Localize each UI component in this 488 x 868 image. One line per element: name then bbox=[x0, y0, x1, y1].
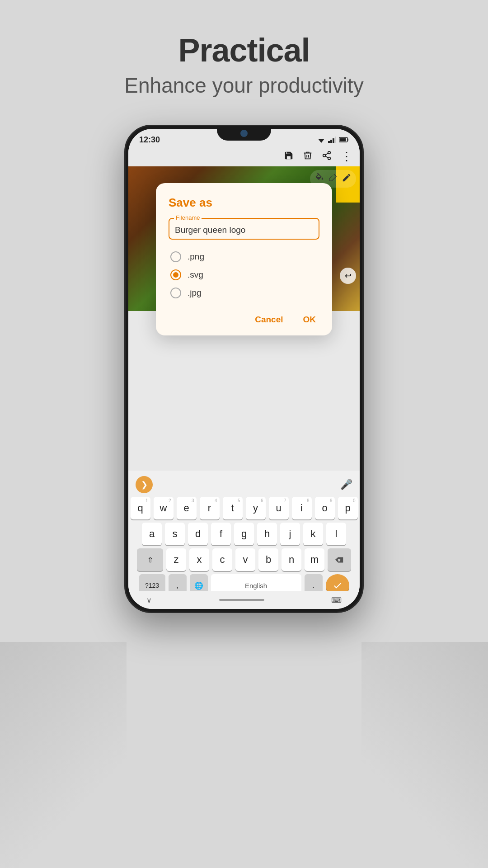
phone-mockup: 12:30 ⋮ bbox=[124, 125, 364, 613]
status-time: 12:30 bbox=[139, 135, 160, 145]
phone-screen: 12:30 ⋮ bbox=[128, 129, 360, 609]
radio-svg-circle bbox=[170, 269, 181, 280]
cancel-button[interactable]: Cancel bbox=[251, 313, 286, 326]
radio-svg-label: .svg bbox=[188, 270, 203, 280]
dialog-actions: Cancel OK bbox=[169, 309, 319, 326]
radio-png-label: .png bbox=[188, 252, 204, 262]
ok-button[interactable]: OK bbox=[300, 313, 320, 326]
svg-rect-3 bbox=[330, 140, 332, 143]
status-icons bbox=[317, 137, 349, 143]
radio-png[interactable]: .png bbox=[169, 248, 319, 266]
radio-svg[interactable]: .svg bbox=[169, 266, 319, 284]
dialog-overlay: Save as Filename .png .svg bbox=[128, 147, 360, 609]
phone-camera bbox=[240, 130, 248, 137]
phone-notch bbox=[217, 126, 271, 141]
battery-icon bbox=[339, 137, 349, 142]
save-dialog: Save as Filename .png .svg bbox=[156, 183, 332, 335]
svg-rect-7 bbox=[347, 139, 348, 141]
svg-rect-8 bbox=[340, 138, 346, 142]
svg-marker-0 bbox=[318, 139, 324, 143]
signal-icon bbox=[328, 137, 336, 143]
filename-input[interactable] bbox=[175, 225, 313, 235]
filename-label: Filename bbox=[174, 214, 202, 221]
svg-rect-4 bbox=[333, 138, 334, 143]
wifi-icon bbox=[317, 137, 325, 143]
filename-field-wrapper: Filename bbox=[169, 218, 319, 240]
page-title: Practical bbox=[0, 32, 488, 69]
radio-jpg-label: .jpg bbox=[188, 288, 202, 298]
radio-png-circle bbox=[170, 251, 181, 262]
svg-rect-2 bbox=[328, 141, 330, 143]
svg-rect-5 bbox=[335, 137, 336, 143]
radio-jpg[interactable]: .jpg bbox=[169, 284, 319, 302]
page-subtitle: Enhance your productivity bbox=[0, 73, 488, 98]
radio-jpg-circle bbox=[170, 288, 181, 298]
dialog-title: Save as bbox=[169, 196, 319, 210]
